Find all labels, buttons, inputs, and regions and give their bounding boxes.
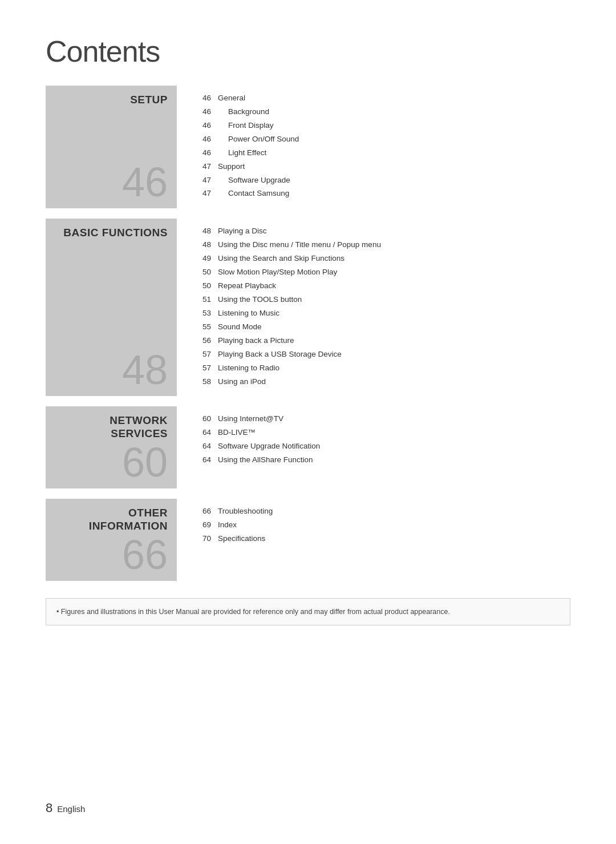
entry-page-number: 47: [194, 188, 211, 200]
entry-page-number: 47: [194, 175, 211, 187]
entry-text: Playing Back a USB Storage Device: [218, 349, 342, 361]
entry-text: Support: [218, 161, 245, 173]
entry-row: 50Slow Motion Play/Step Motion Play: [194, 266, 570, 278]
section-entries-basic-functions: 48Playing a Disc48Using the Disc menu / …: [177, 219, 570, 396]
section-entries-network-services: 60Using Internet@TV64BD-LIVE™64Software …: [177, 406, 570, 488]
entry-row: 46Light Effect: [194, 147, 570, 159]
entry-text: Listening to Radio: [218, 362, 279, 374]
entry-row: 47Contact Samsung: [194, 188, 570, 200]
entry-text: Specifications: [218, 533, 265, 545]
entry-page-number: 50: [194, 266, 211, 278]
entry-text: Using Internet@TV: [218, 413, 283, 425]
entry-page-number: 49: [194, 253, 211, 265]
page: Contents SETUP4646General46Background46F…: [0, 0, 616, 671]
entry-page-number: 50: [194, 280, 211, 292]
entry-page-number: 47: [194, 161, 211, 173]
section-label-box-other-information: OTHER INFORMATION66: [46, 499, 177, 581]
entry-page-number: 60: [194, 413, 211, 425]
toc-container: SETUP4646General46Background46Front Disp…: [46, 86, 570, 581]
entry-text: Playing a Disc: [218, 225, 267, 237]
entry-row: 70Specifications: [194, 533, 570, 545]
entry-text: Software Upgrade: [218, 175, 290, 187]
entry-text: Using the Disc menu / Title menu / Popup…: [218, 239, 381, 251]
entry-page-number: 64: [194, 427, 211, 439]
entry-text: Power On/Off Sound: [218, 134, 299, 146]
entry-row: 48Playing a Disc: [194, 225, 570, 237]
entry-row: 64BD-LIVE™: [194, 427, 570, 439]
entry-page-number: 46: [194, 120, 211, 132]
entry-row: 46Power On/Off Sound: [194, 134, 570, 146]
entry-text: Using the TOOLS button: [218, 294, 302, 306]
entry-text: Slow Motion Play/Step Motion Play: [218, 266, 337, 278]
entry-text: Repeat Playback: [218, 280, 276, 292]
entry-row: 46General: [194, 92, 570, 104]
entry-row: 60Using Internet@TV: [194, 413, 570, 425]
entry-row: 58Using an iPod: [194, 376, 570, 388]
entry-page-number: 57: [194, 362, 211, 374]
entry-page-number: 53: [194, 308, 211, 320]
toc-section-basic-functions: BASIC FUNCTIONS4848Playing a Disc48Using…: [46, 219, 570, 396]
entry-page-number: 48: [194, 225, 211, 237]
entry-row: 47Support: [194, 161, 570, 173]
entry-text: Using the Search and Skip Functions: [218, 253, 345, 265]
entry-text: Troubleshooting: [218, 506, 273, 518]
entry-page-number: 64: [194, 441, 211, 453]
entry-row: 64Software Upgrade Notification: [194, 441, 570, 453]
entry-row: 57Listening to Radio: [194, 362, 570, 374]
section-entries-setup: 46General46Background46Front Display46Po…: [177, 86, 570, 208]
section-title-basic-functions: BASIC FUNCTIONS: [63, 227, 168, 240]
entry-text: Front Display: [218, 120, 274, 132]
entry-page-number: 56: [194, 335, 211, 347]
entry-text: General: [218, 92, 245, 104]
entry-page-number: 66: [194, 506, 211, 518]
section-number-setup: 46: [122, 161, 168, 203]
entry-text: BD-LIVE™: [218, 427, 256, 439]
page-title: Contents: [46, 34, 570, 68]
footer-language: English: [57, 804, 85, 814]
entry-page-number: 48: [194, 239, 211, 251]
entry-page-number: 46: [194, 147, 211, 159]
entry-row: 46Front Display: [194, 120, 570, 132]
entry-page-number: 55: [194, 321, 211, 333]
entry-page-number: 46: [194, 92, 211, 104]
entry-row: 46Background: [194, 106, 570, 118]
entry-text: Software Upgrade Notification: [218, 441, 320, 453]
section-entries-other-information: 66Troubleshooting69Index70Specifications: [177, 499, 570, 581]
entry-row: 51Using the TOOLS button: [194, 294, 570, 306]
entry-row: 66Troubleshooting: [194, 506, 570, 518]
entry-page-number: 46: [194, 134, 211, 146]
entry-page-number: 69: [194, 519, 211, 531]
section-number-other-information: 66: [122, 534, 168, 575]
entry-page-number: 64: [194, 454, 211, 466]
section-title-network-services: NETWORK SERVICES: [51, 414, 168, 441]
entry-row: 50Repeat Playback: [194, 280, 570, 292]
footnote-box: • Figures and illustrations in this User…: [46, 598, 570, 626]
entry-row: 64Using the AllShare Function: [194, 454, 570, 466]
section-number-basic-functions: 48: [122, 349, 168, 390]
entry-text: Contact Samsung: [218, 188, 289, 200]
entry-text: Using an iPod: [218, 376, 266, 388]
section-label-box-network-services: NETWORK SERVICES60: [46, 406, 177, 488]
section-title-setup: SETUP: [130, 94, 168, 107]
entry-text: Playing back a Picture: [218, 335, 294, 347]
section-label-box-basic-functions: BASIC FUNCTIONS48: [46, 219, 177, 396]
entry-row: 56Playing back a Picture: [194, 335, 570, 347]
entry-page-number: 51: [194, 294, 211, 306]
entry-text: Using the AllShare Function: [218, 454, 313, 466]
section-title-other-information: OTHER INFORMATION: [51, 507, 168, 533]
toc-section-setup: SETUP4646General46Background46Front Disp…: [46, 86, 570, 208]
footnote-text: • Figures and illustrations in this User…: [56, 608, 450, 616]
entry-page-number: 58: [194, 376, 211, 388]
entry-text: Background: [218, 106, 269, 118]
entry-row: 47Software Upgrade: [194, 175, 570, 187]
entry-row: 69Index: [194, 519, 570, 531]
entry-page-number: 70: [194, 533, 211, 545]
entry-page-number: 57: [194, 349, 211, 361]
toc-section-network-services: NETWORK SERVICES6060Using Internet@TV64B…: [46, 406, 570, 488]
entry-row: 49Using the Search and Skip Functions: [194, 253, 570, 265]
footer: 8 English: [46, 801, 85, 815]
entry-page-number: 46: [194, 106, 211, 118]
entry-row: 48Using the Disc menu / Title menu / Pop…: [194, 239, 570, 251]
entry-row: 55Sound Mode: [194, 321, 570, 333]
entry-row: 57Playing Back a USB Storage Device: [194, 349, 570, 361]
